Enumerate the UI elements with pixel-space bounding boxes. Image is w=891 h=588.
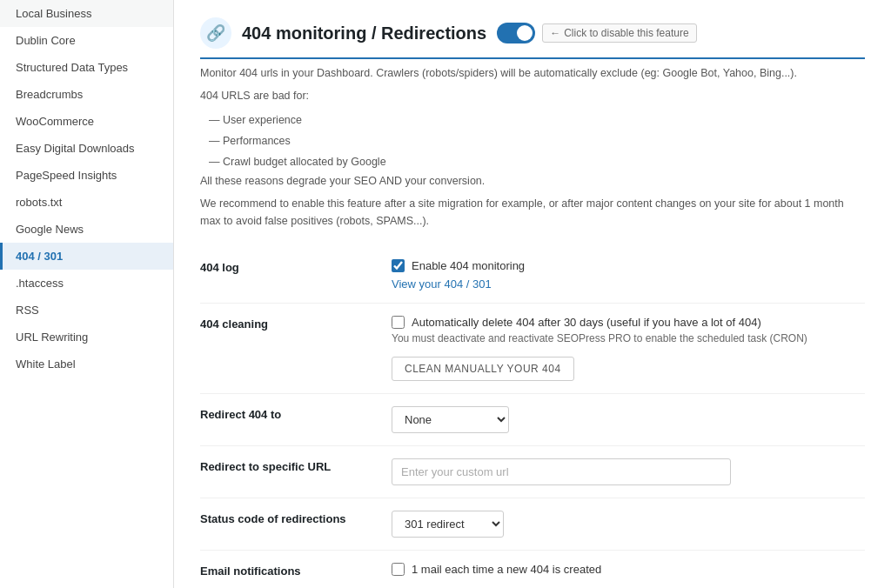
link-icon: 🔗 [206, 23, 225, 43]
sidebar-item-woocommerce[interactable]: WooCommerce [0, 108, 173, 135]
toggle-wrapper: ← Click to disable this feature [497, 23, 696, 43]
sidebar: Local BusinessDublin CoreStructured Data… [0, 0, 174, 588]
bad-item-2: Performances [209, 130, 865, 151]
view-404-301-link[interactable]: View your 404 / 301 [392, 277, 865, 291]
sidebar-item-pagespeed-insights[interactable]: PageSpeed Insights [0, 162, 173, 189]
arrow-left-icon: ← [550, 27, 560, 39]
main-content: 🔗 404 monitoring / Redirections ← Click … [174, 0, 891, 588]
desc-line2: All these reasons degrade your SEO AND y… [200, 172, 865, 190]
bad-for-label: 404 URLS are bad for: [200, 87, 865, 104]
sidebar-item-white-label[interactable]: White Label [0, 351, 173, 378]
setting-row-status-code: Status code of redirections 301 redirect… [200, 498, 865, 551]
404-log-label: 404 log [200, 259, 392, 274]
auto-delete-label[interactable]: Automatically delete 404 after 30 days (… [392, 316, 865, 329]
desc-line3: We recommend to enable this feature afte… [200, 195, 865, 230]
sidebar-item-htaccess[interactable]: .htaccess [0, 270, 173, 297]
email-notifications-control: 1 mail each time a new 404 is created [392, 563, 865, 576]
feature-description: Monitor 404 urls in your Dashboard. Craw… [200, 64, 865, 230]
sidebar-item-dublin-core[interactable]: Dublin Core [0, 27, 173, 54]
enable-404-monitoring-label[interactable]: Enable 404 monitoring [392, 259, 865, 272]
setting-row-redirect404: Redirect 404 to None Homepage Custom URL [200, 394, 865, 446]
disable-label: Click to disable this feature [564, 27, 688, 39]
status-code-label: Status code of redirections [200, 511, 392, 525]
redirect404-label: Redirect 404 to [200, 406, 392, 421]
setting-row-404-log: 404 log Enable 404 monitoring View your … [200, 247, 865, 304]
redirect-url-input[interactable] [392, 458, 731, 485]
bad-items-list: User experience Performances Crawl budge… [200, 110, 865, 172]
404-cleaning-label: 404 cleaning [200, 316, 392, 331]
setting-row-email-notifications: Email notifications 1 mail each time a n… [200, 551, 865, 588]
disable-feature-link[interactable]: ← Click to disable this feature [542, 23, 696, 43]
auto-delete-checkbox[interactable] [392, 316, 405, 329]
bad-item-1: User experience [209, 110, 865, 130]
redirect-url-label: Redirect to specific URL [200, 458, 392, 473]
email-notifications-label: Email notifications [200, 563, 392, 578]
sidebar-item-structured-data-types[interactable]: Structured Data Types [0, 54, 173, 81]
redirect-url-control [392, 458, 865, 485]
status-code-select[interactable]: 301 redirect 302 redirect 307 redirect [392, 511, 504, 538]
mail-notification-label[interactable]: 1 mail each time a new 404 is created [392, 563, 865, 576]
page-icon: 🔗 [200, 17, 231, 49]
sidebar-item-easy-digital-downloads[interactable]: Easy Digital Downloads [0, 135, 173, 162]
redirect404-select[interactable]: None Homepage Custom URL [392, 406, 509, 433]
bad-item-3: Crawl budget allocated by Google [209, 151, 865, 172]
404-cleaning-control: Automatically delete 404 after 30 days (… [392, 316, 865, 381]
404-log-control: Enable 404 monitoring View your 404 / 30… [392, 259, 865, 291]
settings-section: 404 log Enable 404 monitoring View your … [200, 247, 865, 588]
setting-row-404-cleaning: 404 cleaning Automatically delete 404 af… [200, 304, 865, 394]
enable-404-monitoring-text: Enable 404 monitoring [412, 259, 525, 272]
sidebar-item-404-301[interactable]: 404 / 301 [0, 243, 173, 270]
mail-notification-text: 1 mail each time a new 404 is created [412, 563, 601, 576]
sidebar-item-url-rewriting[interactable]: URL Rewriting [0, 324, 173, 351]
status-code-control: 301 redirect 302 redirect 307 redirect [392, 511, 865, 538]
mail-notification-checkbox[interactable] [392, 563, 405, 576]
sidebar-item-google-news[interactable]: Google News [0, 216, 173, 243]
feature-toggle[interactable] [497, 23, 535, 43]
sidebar-item-rss[interactable]: RSS [0, 297, 173, 324]
setting-row-redirect-url: Redirect to specific URL [200, 446, 865, 498]
enable-404-monitoring-checkbox[interactable] [392, 259, 405, 272]
sidebar-item-local-business[interactable]: Local Business [0, 0, 173, 27]
cleaning-note: You must deactivate and reactivate SEOPr… [392, 332, 865, 344]
redirect404-control: None Homepage Custom URL [392, 406, 865, 433]
desc-line1: Monitor 404 urls in your Dashboard. Craw… [200, 64, 865, 82]
sidebar-item-breadcrumbs[interactable]: Breadcrumbs [0, 81, 173, 108]
clean-manually-button[interactable]: CLEAN MANUALLY YOUR 404 [392, 357, 574, 381]
page-title: 404 monitoring / Redirections [242, 23, 486, 43]
auto-delete-text: Automatically delete 404 after 30 days (… [412, 316, 761, 329]
sidebar-item-robots-txt[interactable]: robots.txt [0, 189, 173, 216]
page-header: 🔗 404 monitoring / Redirections ← Click … [200, 17, 865, 59]
